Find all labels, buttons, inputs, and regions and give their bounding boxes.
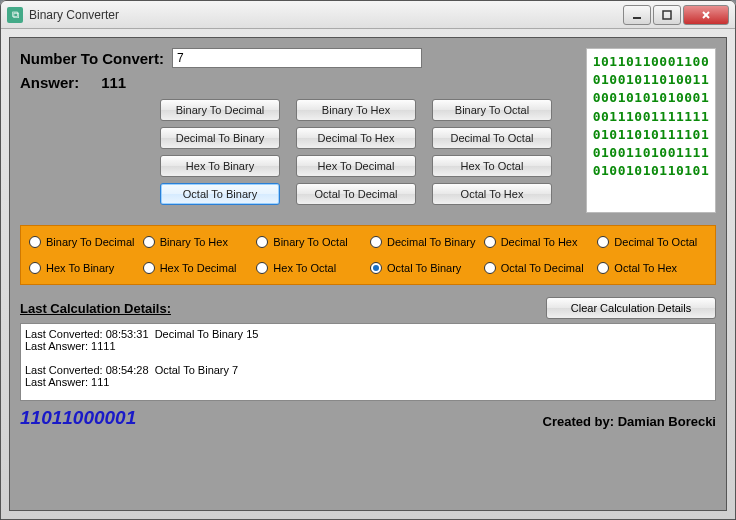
titlebar: ⧉ Binary Converter [1, 1, 735, 29]
radio-icon[interactable] [256, 236, 268, 248]
minimize-button[interactable] [623, 5, 651, 25]
convert-button-binary-to-decimal[interactable]: Binary To Decimal [160, 99, 280, 121]
radio-label: Decimal To Octal [614, 236, 697, 248]
radio-octal-to-hex[interactable]: Octal To Hex [597, 262, 707, 274]
radio-label: Decimal To Hex [501, 236, 578, 248]
binary-decoration: 10110110001100 01001011010011 0001010101… [586, 48, 716, 213]
clear-details-button[interactable]: Clear Calculation Details [546, 297, 716, 319]
radio-label: Decimal To Binary [387, 236, 475, 248]
radio-label: Binary To Hex [160, 236, 228, 248]
radio-icon[interactable] [143, 262, 155, 274]
radio-decimal-to-binary[interactable]: Decimal To Binary [370, 236, 480, 248]
convert-button-decimal-to-octal[interactable]: Decimal To Octal [432, 127, 552, 149]
radio-hex-to-binary[interactable]: Hex To Binary [29, 262, 139, 274]
radio-icon[interactable] [370, 262, 382, 274]
radio-decimal-to-hex[interactable]: Decimal To Hex [484, 236, 594, 248]
radio-binary-to-hex[interactable]: Binary To Hex [143, 236, 253, 248]
radio-icon[interactable] [370, 236, 382, 248]
footer-binary: 11011000001 [20, 407, 136, 429]
radio-icon[interactable] [143, 236, 155, 248]
window-title: Binary Converter [29, 8, 119, 22]
answer-label: Answer: [20, 74, 79, 91]
convert-button-decimal-to-hex[interactable]: Decimal To Hex [296, 127, 416, 149]
radio-icon[interactable] [597, 236, 609, 248]
radio-icon[interactable] [484, 236, 496, 248]
details-header-label: Last Calculation Details: [20, 301, 171, 316]
radio-label: Octal To Hex [614, 262, 677, 274]
app-window: ⧉ Binary Converter Number To Convert: An… [0, 0, 736, 520]
convert-button-hex-to-decimal[interactable]: Hex To Decimal [296, 155, 416, 177]
maximize-button[interactable] [653, 5, 681, 25]
radio-label: Octal To Binary [387, 262, 461, 274]
app-icon: ⧉ [7, 7, 23, 23]
conversion-button-grid: Binary To DecimalBinary To HexBinary To … [160, 99, 574, 205]
radio-label: Hex To Binary [46, 262, 114, 274]
radio-label: Binary To Octal [273, 236, 347, 248]
convert-button-hex-to-binary[interactable]: Hex To Binary [160, 155, 280, 177]
number-input[interactable] [172, 48, 422, 68]
radio-icon[interactable] [484, 262, 496, 274]
radio-icon[interactable] [597, 262, 609, 274]
radio-label: Hex To Decimal [160, 262, 237, 274]
radio-icon[interactable] [29, 262, 41, 274]
radio-decimal-to-octal[interactable]: Decimal To Octal [597, 236, 707, 248]
radio-label: Hex To Octal [273, 262, 336, 274]
convert-button-binary-to-hex[interactable]: Binary To Hex [296, 99, 416, 121]
input-label: Number To Convert: [20, 50, 164, 67]
radio-octal-to-decimal[interactable]: Octal To Decimal [484, 262, 594, 274]
radio-hex-to-octal[interactable]: Hex To Octal [256, 262, 366, 274]
close-button[interactable] [683, 5, 729, 25]
main-panel: Number To Convert: Answer: 111 Binary To… [9, 37, 727, 511]
svg-rect-1 [663, 11, 671, 19]
convert-button-octal-to-binary[interactable]: Octal To Binary [160, 183, 280, 205]
radio-octal-to-binary[interactable]: Octal To Binary [370, 262, 480, 274]
convert-button-binary-to-octal[interactable]: Binary To Octal [432, 99, 552, 121]
convert-button-octal-to-hex[interactable]: Octal To Hex [432, 183, 552, 205]
credit-label: Created by: Damian Borecki [543, 414, 716, 429]
radio-icon[interactable] [256, 262, 268, 274]
convert-button-hex-to-octal[interactable]: Hex To Octal [432, 155, 552, 177]
answer-value: 111 [101, 74, 126, 91]
radio-icon[interactable] [29, 236, 41, 248]
radio-panel: Binary To DecimalBinary To HexBinary To … [20, 225, 716, 285]
radio-binary-to-decimal[interactable]: Binary To Decimal [29, 236, 139, 248]
details-log[interactable]: Last Converted: 08:53:31 Decimal To Bina… [20, 323, 716, 401]
convert-button-decimal-to-binary[interactable]: Decimal To Binary [160, 127, 280, 149]
radio-binary-to-octal[interactable]: Binary To Octal [256, 236, 366, 248]
radio-label: Octal To Decimal [501, 262, 584, 274]
radio-hex-to-decimal[interactable]: Hex To Decimal [143, 262, 253, 274]
convert-button-octal-to-decimal[interactable]: Octal To Decimal [296, 183, 416, 205]
radio-label: Binary To Decimal [46, 236, 134, 248]
